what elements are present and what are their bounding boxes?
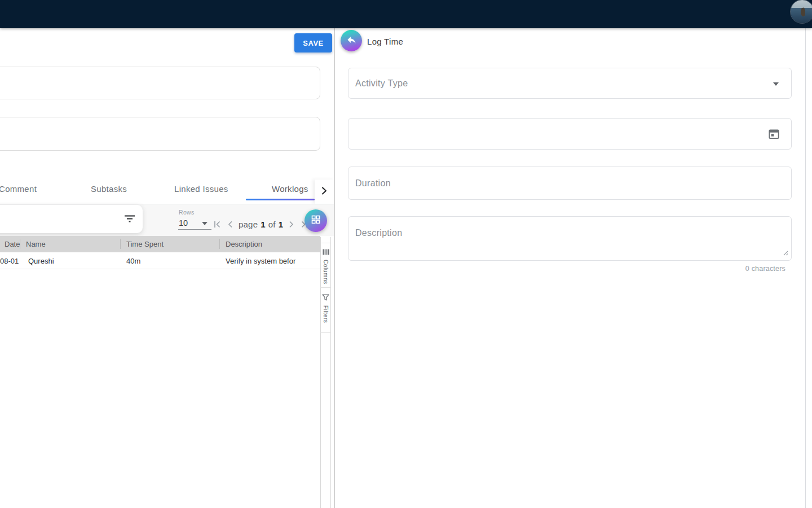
funnel-icon [322, 293, 329, 303]
column-header-description[interactable]: Description [226, 240, 262, 248]
description-textarea[interactable] [348, 217, 791, 260]
tab-linked-issues[interactable]: Linked Issues [174, 184, 228, 194]
form-field-box-1[interactable] [0, 67, 320, 99]
reply-arrow-icon [346, 34, 357, 47]
page-total: 1 [279, 220, 284, 229]
activity-type-select[interactable] [348, 68, 791, 98]
date-field [348, 118, 792, 150]
tab-comment[interactable]: Comment [0, 184, 37, 194]
column-bars-icon [323, 247, 329, 257]
panel-divider [334, 28, 335, 508]
duration-input[interactable] [348, 167, 791, 199]
cell-description: Verify in system befor [226, 257, 295, 265]
filter-list-icon[interactable] [124, 214, 135, 225]
worklog-table-header: Date Name Time Spent Description [0, 236, 320, 252]
form-field-box-2[interactable] [0, 117, 320, 151]
page-word: page [239, 220, 258, 229]
cell-name: Qureshi [28, 257, 54, 265]
cell-time-spent: 40m [126, 257, 140, 265]
column-header-time-spent[interactable]: Time Spent [126, 240, 164, 248]
resize-grip-icon[interactable] [782, 248, 788, 258]
chevron-right-icon [321, 187, 328, 197]
table-row[interactable]: 08-01 Qureshi 40m Verify in system befor [0, 252, 320, 269]
column-header-name[interactable]: Name [26, 240, 46, 248]
grid-2x2-icon [311, 214, 321, 227]
worklog-search-input[interactable] [0, 205, 108, 233]
save-button[interactable]: SAVE [294, 33, 332, 52]
rows-select-underline [178, 229, 211, 230]
first-page-button[interactable] [213, 220, 222, 229]
columns-panel-button[interactable]: Columns [320, 243, 331, 288]
tab-scroll-right-button[interactable] [315, 179, 334, 204]
caret-down-icon [773, 82, 779, 86]
tab-worklogs[interactable]: Worklogs [272, 184, 308, 194]
columns-rail-label: Columns [323, 260, 329, 284]
description-field [348, 216, 792, 261]
pagination: page 1 of 1 [213, 218, 308, 230]
rows-per-page-select[interactable]: 10 [179, 218, 188, 227]
calendar-icon[interactable] [767, 127, 780, 143]
page: SAVE Comment Subtasks Linked Issues Work… [0, 0, 812, 508]
page-indicator: page 1 of 1 [239, 220, 283, 229]
page-current: 1 [261, 220, 266, 229]
column-header-date[interactable]: Date [5, 240, 20, 248]
filters-panel-button[interactable]: Filters [320, 288, 331, 333]
column-separator [219, 239, 220, 249]
activity-type-field [348, 68, 792, 99]
prev-page-button[interactable] [227, 220, 233, 229]
filters-rail-label: Filters [323, 305, 329, 323]
column-separator [120, 239, 121, 249]
right-panel-edge [805, 28, 806, 508]
caret-down-icon[interactable] [202, 222, 208, 225]
date-input[interactable] [348, 119, 791, 149]
next-page-button[interactable] [288, 220, 295, 229]
character-count: 0 characters [745, 265, 785, 273]
duration-field [348, 167, 792, 200]
column-separator [20, 239, 20, 249]
grid-view-button[interactable] [304, 209, 327, 232]
cell-date: 08-01 [0, 257, 19, 265]
log-time-title: Log Time [367, 37, 403, 46]
user-avatar[interactable] [791, 0, 812, 23]
tab-subtasks[interactable]: Subtasks [91, 184, 127, 194]
worklog-search-box [0, 205, 143, 233]
rows-per-page-label: Rows [179, 209, 194, 216]
active-tab-underline [246, 199, 315, 200]
page-of-word: of [268, 220, 276, 229]
top-navbar [0, 0, 812, 28]
back-button[interactable] [341, 30, 362, 51]
